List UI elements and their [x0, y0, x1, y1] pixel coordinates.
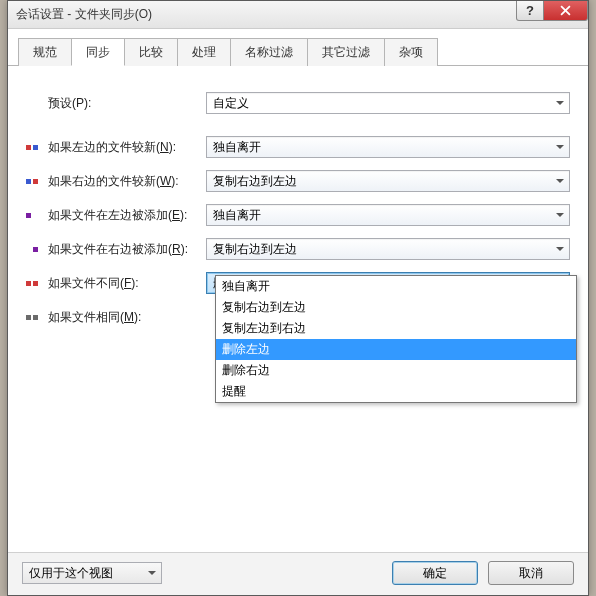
row-label: 如果文件在左边被添加(E):	[48, 207, 206, 224]
close-icon	[560, 5, 571, 16]
chevron-down-icon	[556, 101, 564, 105]
box-icon	[33, 213, 38, 218]
box-icon	[33, 247, 38, 252]
chevron-down-icon	[556, 213, 564, 217]
box-icon	[33, 281, 38, 286]
dropdown-list: 独自离开 复制右边到左边 复制左边到右边 删除左边 删除右边 提醒	[215, 275, 577, 403]
select-value: 独自离开	[213, 207, 261, 224]
row-select-left-added[interactable]: 独自离开	[206, 204, 570, 226]
indicator	[26, 145, 48, 150]
preset-select[interactable]: 自定义	[206, 92, 570, 114]
indicator	[26, 247, 48, 252]
box-icon	[33, 145, 38, 150]
row-left-newer: 如果左边的文件较新(N): 独自离开	[26, 130, 570, 164]
row-select-right-added[interactable]: 复制右边到左边	[206, 238, 570, 260]
row-select-left-newer[interactable]: 独自离开	[206, 136, 570, 158]
dropdown-option[interactable]: 删除右边	[216, 360, 576, 381]
ok-button[interactable]: 确定	[392, 561, 478, 585]
row-right-newer: 如果右边的文件较新(W): 复制右边到左边	[26, 164, 570, 198]
row-left-added: 如果文件在左边被添加(E): 独自离开	[26, 198, 570, 232]
window-buttons: ?	[516, 1, 588, 28]
chevron-down-icon	[556, 145, 564, 149]
select-value: 复制右边到左边	[213, 241, 297, 258]
dialog-footer: 仅用于这个视图 确定 取消	[8, 552, 588, 595]
select-value: 复制右边到左边	[213, 173, 297, 190]
window-title: 会话设置 - 文件夹同步(O)	[16, 6, 516, 23]
chevron-down-icon	[148, 571, 156, 575]
box-icon	[33, 179, 38, 184]
tab-qitaguolv[interactable]: 其它过滤	[307, 38, 385, 66]
box-icon	[26, 315, 31, 320]
row-label: 如果文件在右边被添加(R):	[48, 241, 206, 258]
dropdown-option[interactable]: 提醒	[216, 381, 576, 402]
tab-guifan[interactable]: 规范	[18, 38, 72, 66]
box-icon	[26, 179, 31, 184]
tab-zaxiang[interactable]: 杂项	[384, 38, 438, 66]
box-icon	[26, 145, 31, 150]
box-icon	[26, 213, 31, 218]
tab-bijiao[interactable]: 比较	[124, 38, 178, 66]
cancel-button[interactable]: 取消	[488, 561, 574, 585]
indicator	[26, 315, 48, 320]
indicator	[26, 281, 48, 286]
tab-bar: 规范 同步 比较 处理 名称过滤 其它过滤 杂项	[8, 29, 588, 66]
chevron-down-icon	[556, 179, 564, 183]
select-value: 独自离开	[213, 139, 261, 156]
view-scope-value: 仅用于这个视图	[29, 565, 113, 582]
dropdown-option[interactable]: 独自离开	[216, 276, 576, 297]
help-button[interactable]: ?	[516, 1, 544, 21]
indicator	[26, 213, 48, 218]
row-label: 如果右边的文件较新(W):	[48, 173, 206, 190]
row-label: 如果左边的文件较新(N):	[48, 139, 206, 156]
preset-label: 预设(P):	[48, 95, 206, 112]
tab-mingchengguolv[interactable]: 名称过滤	[230, 38, 308, 66]
box-icon	[26, 247, 31, 252]
preset-row: 预设(P): 自定义	[26, 86, 570, 120]
titlebar: 会话设置 - 文件夹同步(O) ?	[8, 1, 588, 29]
row-select-right-newer[interactable]: 复制右边到左边	[206, 170, 570, 192]
box-icon	[33, 315, 38, 320]
row-label: 如果文件不同(F):	[48, 275, 206, 292]
view-scope-select[interactable]: 仅用于这个视图	[22, 562, 162, 584]
dropdown-option-selected[interactable]: 删除左边	[216, 339, 576, 360]
box-icon	[26, 281, 31, 286]
dropdown-option[interactable]: 复制右边到左边	[216, 297, 576, 318]
close-button[interactable]	[544, 1, 588, 21]
help-icon: ?	[526, 3, 534, 18]
tab-tongbu[interactable]: 同步	[71, 38, 125, 66]
row-right-added: 如果文件在右边被添加(R): 复制右边到左边	[26, 232, 570, 266]
preset-value: 自定义	[213, 95, 249, 112]
chevron-down-icon	[556, 247, 564, 251]
tab-chuli[interactable]: 处理	[177, 38, 231, 66]
dialog-window: 会话设置 - 文件夹同步(O) ? 规范 同步 比较 处理 名称过滤 其它过滤 …	[7, 0, 589, 596]
indicator	[26, 179, 48, 184]
row-label: 如果文件相同(M):	[48, 309, 206, 326]
dropdown-option[interactable]: 复制左边到右边	[216, 318, 576, 339]
